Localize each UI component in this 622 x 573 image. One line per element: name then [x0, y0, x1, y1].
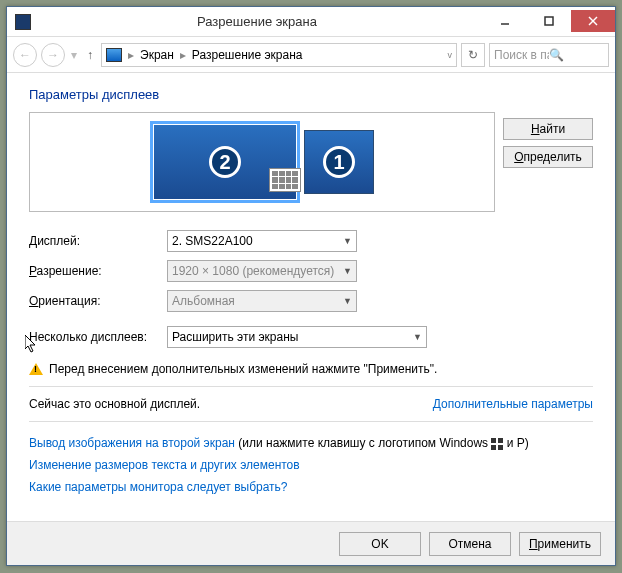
cancel-button[interactable]: Отмена — [429, 532, 511, 556]
window-title: Разрешение экрана — [31, 14, 483, 29]
search-icon: 🔍 — [549, 48, 604, 62]
chevron-right-icon: ▸ — [128, 48, 134, 62]
identify-button[interactable]: Определить — [503, 146, 593, 168]
advanced-settings-link[interactable]: Дополнительные параметры — [433, 397, 593, 411]
chevron-right-icon: ▸ — [180, 48, 186, 62]
location-icon — [106, 48, 122, 62]
monitor-number-2: 2 — [209, 146, 241, 178]
detect-button[interactable]: Найти — [503, 118, 593, 140]
dialog-footer: OK Отмена Применить — [7, 521, 615, 565]
ok-button[interactable]: OK — [339, 532, 421, 556]
chevron-down-icon: ▼ — [343, 296, 352, 306]
search-placeholder: Поиск в пане... — [494, 48, 549, 62]
breadcrumb-screen[interactable]: Экран — [140, 48, 174, 62]
svg-rect-1 — [545, 17, 553, 25]
monitor-1[interactable]: 1 — [304, 130, 374, 194]
text-size-link[interactable]: Изменение размеров текста и других элеме… — [29, 458, 300, 472]
which-settings-link[interactable]: Какие параметры монитора следует выбрать… — [29, 480, 288, 494]
apply-button[interactable]: Применить — [519, 532, 601, 556]
multiple-displays-combo[interactable]: Расширить эти экраны▼ — [167, 326, 427, 348]
control-panel-window: Разрешение экрана ← → ▾ ↑ ▸ Экран ▸ Разр… — [6, 6, 616, 566]
minimize-button[interactable] — [483, 10, 527, 32]
project-link[interactable]: Вывод изображения на второй экран — [29, 436, 235, 450]
warning-text: Перед внесением дополнительных изменений… — [49, 362, 437, 376]
app-icon — [15, 14, 31, 30]
resolution-label: Разрешение: — [29, 264, 167, 278]
forward-button[interactable]: → — [41, 43, 65, 67]
chevron-down-icon: ▼ — [413, 332, 422, 342]
address-dropdown-icon[interactable]: v — [448, 50, 453, 60]
warning-row: Перед внесением дополнительных изменений… — [29, 362, 593, 376]
project-hint-b: и P) — [503, 436, 528, 450]
refresh-button[interactable]: ↻ — [461, 43, 485, 67]
orientation-combo[interactable]: Альбомная▼ — [167, 290, 357, 312]
windows-logo-icon — [491, 438, 503, 450]
close-button[interactable] — [571, 10, 615, 32]
history-dropdown[interactable]: ▾ — [71, 48, 77, 62]
search-input[interactable]: Поиск в пане... 🔍 — [489, 43, 609, 67]
keypad-icon — [269, 168, 301, 192]
breadcrumb-resolution[interactable]: Разрешение экрана — [192, 48, 303, 62]
page-heading: Параметры дисплеев — [29, 87, 593, 102]
orientation-label: Ориентация: — [29, 294, 167, 308]
monitor-2[interactable]: 2 — [150, 121, 300, 203]
chevron-down-icon: ▼ — [343, 236, 352, 246]
display-arrangement-preview[interactable]: 2 1 — [29, 112, 495, 212]
main-display-text: Сейчас это основной дисплей. — [29, 397, 200, 411]
chevron-down-icon: ▼ — [343, 266, 352, 276]
display-combo[interactable]: 2. SMS22A100▼ — [167, 230, 357, 252]
cursor-icon — [25, 335, 41, 355]
up-button[interactable]: ↑ — [87, 48, 93, 62]
display-label: Дисплей: — [29, 234, 167, 248]
maximize-button[interactable] — [527, 10, 571, 32]
monitor-number-1: 1 — [323, 146, 355, 178]
warning-icon — [29, 363, 43, 375]
address-bar[interactable]: ▸ Экран ▸ Разрешение экрана v — [101, 43, 457, 67]
titlebar: Разрешение экрана — [7, 7, 615, 37]
resolution-combo[interactable]: 1920 × 1080 (рекомендуется)▼ — [167, 260, 357, 282]
back-button[interactable]: ← — [13, 43, 37, 67]
multiple-displays-label: Несколько дисплеев: — [29, 330, 167, 344]
navigation-bar: ← → ▾ ↑ ▸ Экран ▸ Разрешение экрана v ↻ … — [7, 37, 615, 73]
content-area: Параметры дисплеев 2 1 Найти Определить … — [7, 73, 615, 521]
project-hint-a: (или нажмите клавишу с логотипом Windows — [235, 436, 491, 450]
